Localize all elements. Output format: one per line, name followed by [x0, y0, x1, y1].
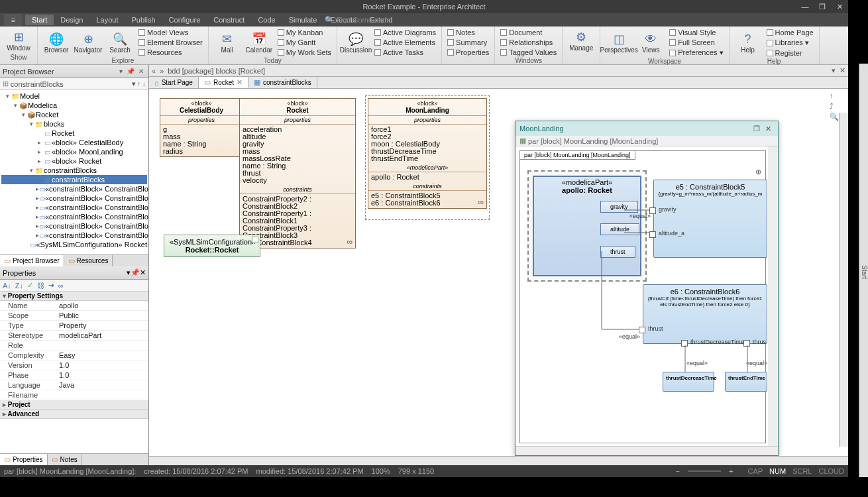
- ribbon-calendar[interactable]: 📅Calendar: [244, 28, 274, 57]
- tree-node[interactable]: ▸▭«block» Rocket: [1, 156, 147, 166]
- ribbon-my-kanban[interactable]: My Kanban: [276, 28, 333, 37]
- menu-simulate[interactable]: Simulate: [282, 15, 324, 25]
- zoom-in-icon[interactable]: +: [729, 467, 733, 475]
- ribbon-properties[interactable]: Properties: [446, 48, 490, 57]
- port-altitude[interactable]: altitude: [600, 223, 639, 235]
- tree-node[interactable]: ▸▭«constraintBlock» ConstraintBlock3: [1, 203, 147, 212]
- sort-az-icon[interactable]: A↓: [3, 282, 11, 290]
- diagram-tab-constraintblocks[interactable]: ▦constraintBlocks: [248, 77, 317, 88]
- tab-notes[interactable]: ▭Notes: [48, 454, 82, 465]
- nav-back-icon[interactable]: «: [152, 67, 156, 75]
- project-tree[interactable]: ▾📁Model▾📦Modelica▾📦Rocket▾📁blocks▭Rocket…: [0, 90, 148, 254]
- diagram-tab-rocket[interactable]: ▭Rocket ✕: [199, 77, 248, 88]
- right-panel-collapsed[interactable]: Start: [859, 64, 868, 477]
- ribbon-discussion[interactable]: 💬Discussion: [341, 28, 370, 57]
- ribbon-mail[interactable]: ✉Mail: [213, 28, 242, 57]
- tab-properties[interactable]: ▭Properties: [0, 454, 48, 465]
- ribbon-libraries-[interactable]: Libraries ▾: [765, 38, 815, 48]
- tree-node[interactable]: ▸▭«constraintBlock» ConstraintBlock6: [1, 231, 147, 240]
- diag-close-icon[interactable]: ✕: [840, 66, 845, 75]
- port-square[interactable]: [649, 231, 656, 238]
- props-pin-icon[interactable]: 📌: [131, 268, 140, 277]
- props-row[interactable]: Filename: [0, 390, 148, 400]
- menu-code[interactable]: Code: [251, 15, 282, 25]
- ribbon-active-tasks[interactable]: Active Tasks: [373, 48, 437, 57]
- constraint-block5[interactable]: e5 : ConstraintBlock5 {gravity=g_m*mass_…: [653, 180, 767, 258]
- props-row[interactable]: LanguageJava: [0, 380, 148, 390]
- ribbon-browser[interactable]: 🌐Browser: [42, 28, 71, 57]
- props-close-icon[interactable]: ✕: [140, 268, 146, 277]
- find-command[interactable]: 🔍 Find Command...: [325, 16, 392, 25]
- move-down-icon[interactable]: ↓: [142, 80, 146, 88]
- float-titlebar[interactable]: MoonLanding ❐ ✕: [515, 121, 778, 136]
- apollo-part[interactable]: «modelicaPart» apollo: Rocket gravity al…: [533, 176, 641, 276]
- panel-close-icon[interactable]: ✕: [136, 68, 146, 75]
- ribbon-my-work-sets[interactable]: My Work Sets: [276, 48, 333, 57]
- ribbon-home-page[interactable]: Home Page: [765, 28, 815, 37]
- tree-node[interactable]: ▾📦Rocket: [1, 110, 147, 119]
- nav-fwd-icon[interactable]: »: [160, 67, 164, 75]
- ribbon-navigator[interactable]: ⊕Navigator: [74, 28, 103, 57]
- move-up-icon[interactable]: ↑: [137, 80, 141, 88]
- tree-node[interactable]: ▾📁Model: [1, 91, 147, 101]
- ribbon-manage[interactable]: ⚙Manage: [567, 28, 596, 54]
- ribbon-relationships[interactable]: Relationships: [499, 38, 558, 47]
- ribbon-summary[interactable]: Summary: [446, 38, 490, 47]
- close-button[interactable]: ✕: [834, 3, 845, 11]
- ribbon-active-elements[interactable]: Active Elements: [373, 38, 437, 47]
- props-section[interactable]: Project: [0, 400, 148, 410]
- tree-node[interactable]: ▾📁constraintBlocks: [1, 166, 147, 175]
- ribbon-element-browser[interactable]: Element Browser: [137, 38, 204, 47]
- menu-publish[interactable]: Publish: [125, 15, 162, 25]
- panel-dropdown-icon[interactable]: ▾: [117, 68, 125, 75]
- port-thrust[interactable]: thrust: [600, 246, 635, 258]
- panel-pin-icon[interactable]: 📌: [125, 68, 136, 75]
- ribbon-visual-style[interactable]: Visual Style: [668, 28, 724, 37]
- menu-construct[interactable]: Construct: [207, 15, 251, 25]
- props-row[interactable]: StereotypemodelicaPart: [0, 331, 148, 341]
- palette-arrow-icon[interactable]: ↑: [830, 91, 839, 99]
- tool-icon[interactable]: ∞: [58, 282, 64, 290]
- tree-node[interactable]: ▭Rocket: [1, 129, 147, 138]
- canvas-vscrollbar[interactable]: [839, 113, 848, 447]
- zoom-slider[interactable]: [688, 470, 721, 472]
- ribbon-perspectives[interactable]: ◫Perspectives: [604, 28, 633, 58]
- tree-node[interactable]: ▸▭«constraintBlock» ConstraintBlock4: [1, 212, 147, 221]
- goto-icon[interactable]: ➜: [48, 281, 54, 290]
- ribbon-active-diagrams[interactable]: Active Diagrams: [373, 28, 437, 37]
- tree-node[interactable]: ▸▭«constraintBlock» ConstraintBlock2: [1, 193, 147, 203]
- ribbon-my-gantt[interactable]: My Gantt: [276, 38, 333, 47]
- ribbon-views[interactable]: 👁Views: [636, 28, 665, 58]
- props-section[interactable]: Property Settings: [0, 292, 148, 301]
- diag-dropdown-icon[interactable]: ▾: [832, 66, 836, 75]
- props-row[interactable]: Role: [0, 341, 148, 351]
- prop-thrustDecreaseTime[interactable]: thrustDecreaseTime: [663, 372, 714, 392]
- props-section[interactable]: Advanced: [0, 410, 148, 419]
- constraint-block6[interactable]: e6 : ConstraintBlock6 {thrust=if (time<t…: [643, 284, 767, 344]
- block-simconfig[interactable]: «SysMLSimConfiguration» Rocket::Rocket: [164, 235, 260, 257]
- prop-thrustEndTime[interactable]: thrustEndTime: [725, 372, 767, 392]
- props-row[interactable]: ScopePublic: [0, 311, 148, 321]
- tree-node[interactable]: ▦constraintBlocks: [1, 175, 147, 184]
- diagram-tab-start-page[interactable]: ⌂Start Page: [149, 77, 199, 88]
- ribbon-window[interactable]: ⊞Window: [4, 28, 33, 54]
- file-menu-icon[interactable]: ≡: [4, 14, 23, 26]
- float-vscrollbar[interactable]: [769, 146, 778, 446]
- ribbon-register[interactable]: Register: [765, 48, 815, 58]
- minimize-button[interactable]: —: [799, 3, 811, 11]
- palette-zoom-icon[interactable]: 🔍: [830, 113, 839, 121]
- block-rocket[interactable]: «block»Rocket properties accelerationalt…: [239, 98, 356, 248]
- check-icon[interactable]: ✓: [27, 281, 33, 290]
- menu-design[interactable]: Design: [54, 15, 89, 25]
- filter-dropdown-icon[interactable]: ▾: [132, 80, 136, 88]
- props-row[interactable]: Version1.0: [0, 360, 148, 370]
- port-square[interactable]: [743, 340, 750, 347]
- tree-node[interactable]: ▸▭«constraintBlock» ConstraintBlock1: [1, 184, 147, 193]
- ribbon-search[interactable]: 🔍Search: [105, 28, 135, 57]
- palette-link-icon[interactable]: ⤴: [830, 102, 839, 110]
- port-square[interactable]: [639, 327, 645, 333]
- props-row[interactable]: Nameapollo: [0, 301, 148, 311]
- tab-close-icon[interactable]: ✕: [237, 78, 243, 87]
- float-canvas[interactable]: par [block] MoonLanding [MoonLanding] «m…: [515, 146, 778, 455]
- tree-node[interactable]: ▾📦Modelica: [1, 101, 147, 110]
